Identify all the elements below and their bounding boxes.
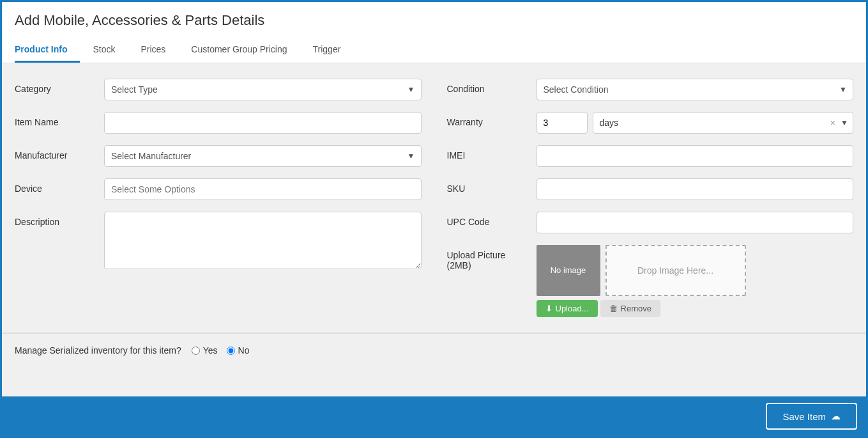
sku-row: SKU [447,178,854,200]
serialized-radio-group: Yes No [192,345,250,356]
category-label: Category [15,79,98,94]
tab-customer-group-pricing[interactable]: Customer Group Pricing [178,38,300,63]
serialized-no-radio[interactable] [227,347,235,355]
upc-row: UPC Code [447,212,854,233]
item-name-input[interactable] [104,112,422,134]
manufacturer-label: Manufacturer [15,145,98,160]
footer-bar: Save Item ☁ [2,396,866,436]
upc-label: UPC Code [447,212,530,227]
category-select-wrapper: Select Type ▼ [104,79,422,100]
form-right: Condition Select Condition ▼ Warranty da… [447,79,854,317]
page-title: Add Mobile, Accessories & Parts Details [15,12,853,29]
category-row: Category Select Type ▼ [15,79,422,100]
tab-product-info[interactable]: Product Info [15,38,80,63]
tab-prices[interactable]: Prices [128,38,178,63]
condition-select[interactable]: Select Condition [537,79,854,100]
upload-row: Upload Picture (2MB) No image Drop Image… [447,245,854,317]
category-select[interactable]: Select Type [104,79,422,100]
save-button[interactable]: Save Item ☁ [766,403,857,430]
cloud-icon: ☁ [831,411,841,422]
serialized-question: Manage Serialized inventory for this ite… [15,345,181,356]
condition-select-wrapper: Select Condition ▼ [537,79,854,100]
condition-label: Condition [447,79,530,94]
device-input[interactable] [104,178,422,200]
serialized-section: Manage Serialized inventory for this ite… [2,333,866,367]
item-name-row: Item Name [15,112,422,134]
manufacturer-row: Manufacturer Select Manufacturer ▼ [15,145,422,167]
form-left: Category Select Type ▼ Item Name Manufac… [15,79,422,317]
device-row: Device [15,178,422,200]
warranty-value-input[interactable] [537,112,588,134]
warranty-row: Warranty days months years × ▼ [447,112,854,134]
imei-label: IMEI [447,145,530,160]
description-row: Description [15,212,422,269]
description-textarea[interactable] [104,212,422,269]
sku-input[interactable] [537,178,854,200]
serialized-no-text: No [238,345,250,356]
remove-icon: 🗑 [609,304,618,313]
tab-bar: Product Info Stock Prices Customer Group… [15,38,853,63]
imei-input[interactable] [537,145,854,167]
drop-image-zone[interactable]: Drop Image Here... [605,245,746,296]
condition-row: Condition Select Condition ▼ [447,79,854,100]
warranty-label: Warranty [447,112,530,127]
remove-button-label: Remove [621,304,651,313]
serialized-yes-text: Yes [203,345,218,356]
upload-button-label: Upload... [556,304,589,313]
sku-label: SKU [447,178,530,194]
manufacturer-select-wrapper: Select Manufacturer ▼ [104,145,422,167]
warranty-clear-icon[interactable]: × [830,118,835,128]
description-label: Description [15,212,98,227]
warranty-unit-select[interactable]: days months years [593,112,854,134]
upload-icon: ⬇ [545,304,552,313]
serialized-yes-label[interactable]: Yes [192,345,218,356]
drop-image-text: Drop Image Here... [637,265,713,276]
device-label: Device [15,178,98,194]
imei-row: IMEI [447,145,854,167]
upc-input[interactable] [537,212,854,233]
serialized-yes-radio[interactable] [192,347,200,355]
manufacturer-select[interactable]: Select Manufacturer [104,145,422,167]
tab-stock[interactable]: Stock [80,38,128,63]
save-button-label: Save Item [782,411,826,422]
remove-button[interactable]: 🗑 Remove [600,300,660,317]
tab-trigger[interactable]: Trigger [300,38,354,63]
upload-button[interactable]: ⬇ Upload... [537,300,598,317]
item-name-label: Item Name [15,112,98,127]
image-upload-area: No image Drop Image Here... ⬇ Upload... … [537,245,746,317]
image-upload-buttons: ⬇ Upload... 🗑 Remove [537,300,746,317]
warranty-unit-wrapper: days months years × ▼ [593,112,854,134]
upload-label: Upload Picture (2MB) [447,245,530,270]
no-image-placeholder: No image [537,245,600,296]
serialized-no-label[interactable]: No [227,345,250,356]
